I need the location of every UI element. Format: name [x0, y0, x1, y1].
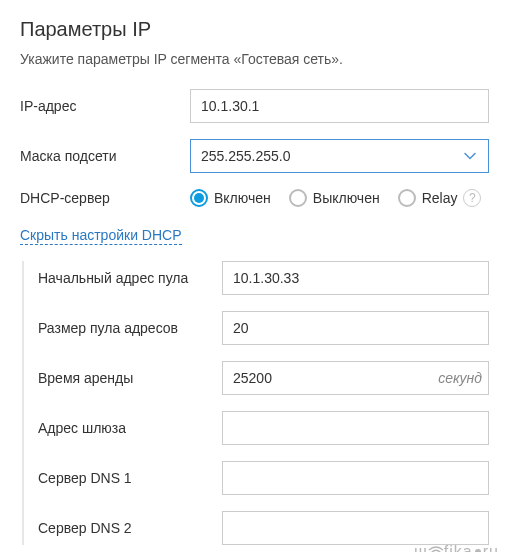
- subnet-mask-value: 255.255.255.0: [201, 148, 462, 164]
- dhcp-mode-on[interactable]: Включен: [190, 189, 271, 207]
- ip-address-input[interactable]: [190, 89, 489, 123]
- pool-size-label: Размер пула адресов: [38, 320, 222, 336]
- dhcp-mode-group: Включен Выключен Relay: [190, 189, 457, 207]
- dhcp-mode-on-label: Включен: [214, 190, 271, 206]
- pool-start-input[interactable]: [222, 261, 489, 295]
- lease-time-unit: секунд: [418, 370, 488, 386]
- pool-size-input[interactable]: [222, 311, 489, 345]
- radio-icon: [190, 189, 208, 207]
- radio-icon: [289, 189, 307, 207]
- dhcp-mode-relay[interactable]: Relay: [398, 189, 458, 207]
- page-subtitle: Укажите параметры IP сегмента «Гостевая …: [20, 51, 489, 67]
- dhcp-mode-relay-label: Relay: [422, 190, 458, 206]
- toggle-dhcp-settings-link[interactable]: Скрыть настройки DHCP: [20, 227, 182, 245]
- chevron-down-icon: [462, 148, 478, 164]
- lease-time-label: Время аренды: [38, 370, 222, 386]
- dns1-label: Сервер DNS 1: [38, 470, 222, 486]
- dns1-input[interactable]: [222, 461, 489, 495]
- dhcp-server-label: DHCP-сервер: [20, 190, 190, 206]
- dns2-input[interactable]: [222, 511, 489, 545]
- dns2-label: Сервер DNS 2: [38, 520, 222, 536]
- ip-address-label: IP-адрес: [20, 98, 190, 114]
- dhcp-settings-block: Начальный адрес пула Размер пула адресов…: [22, 261, 489, 545]
- lease-time-input[interactable]: [223, 362, 418, 394]
- gateway-input[interactable]: [222, 411, 489, 445]
- subnet-mask-select[interactable]: 255.255.255.0: [190, 139, 489, 173]
- radio-icon: [398, 189, 416, 207]
- help-icon[interactable]: ?: [463, 189, 481, 207]
- pool-start-label: Начальный адрес пула: [38, 270, 222, 286]
- subnet-mask-label: Маска подсети: [20, 148, 190, 164]
- dhcp-mode-off[interactable]: Выключен: [289, 189, 380, 207]
- dhcp-mode-off-label: Выключен: [313, 190, 380, 206]
- gateway-label: Адрес шлюза: [38, 420, 222, 436]
- page-title: Параметры IP: [20, 18, 489, 41]
